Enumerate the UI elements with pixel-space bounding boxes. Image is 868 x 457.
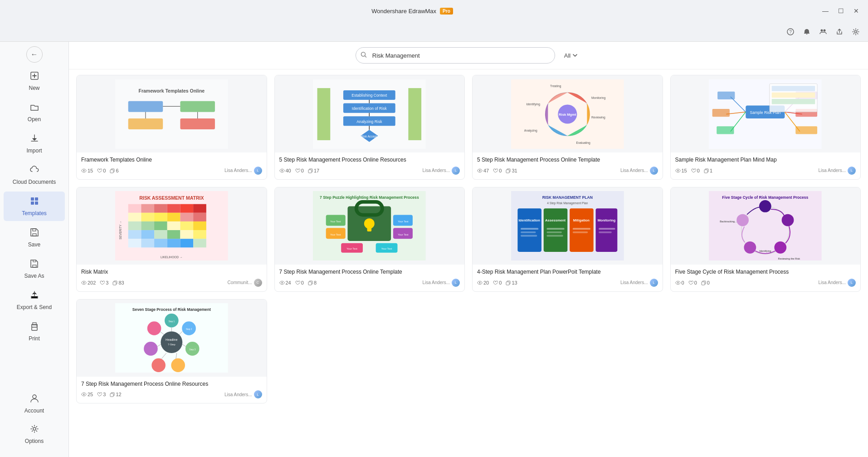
sidebar-item-templates[interactable]: Templates <box>4 192 65 221</box>
author-row: Lisa Anders... L <box>224 167 262 175</box>
save-as-label: Save As <box>24 273 44 279</box>
svg-text:LIKELIHOOD →: LIKELIHOOD → <box>161 256 183 259</box>
team-icon-button[interactable] <box>816 25 830 39</box>
options-label: Options <box>25 438 44 444</box>
svg-text:SEVERITY →: SEVERITY → <box>119 221 122 240</box>
card-stats: 15 0 1 <box>675 168 713 173</box>
svg-text:Reviewing the Risk: Reviewing the Risk <box>778 257 800 260</box>
svg-text:7-Step: 7-Step <box>168 343 176 346</box>
svg-point-16 <box>33 395 36 398</box>
copies-stat: 0 <box>701 280 710 285</box>
author-row: Lisa Anders... L <box>620 167 658 175</box>
svg-text:Analyzing: Analyzing <box>524 128 537 132</box>
template-thumb: Sample Risk Plan <box>671 75 861 152</box>
template-card[interactable]: Seven Stage Process of Risk Management H… <box>76 299 267 404</box>
svg-rect-32 <box>317 88 331 140</box>
sidebar-item-cloud[interactable]: Cloud Documents <box>4 160 65 190</box>
likes-stat: 0 <box>691 168 700 173</box>
help-icon-button[interactable]: ? <box>784 25 797 39</box>
svg-rect-89 <box>180 204 193 213</box>
close-button[interactable]: ✕ <box>850 5 863 17</box>
svg-rect-156 <box>546 231 561 233</box>
sidebar-back-area[interactable]: ← <box>0 45 68 64</box>
minimize-button[interactable]: — <box>819 5 832 17</box>
template-thumb: Establishing Context Identification of R… <box>275 75 465 152</box>
views-stat: 20 <box>477 280 489 285</box>
import-label: Import <box>26 147 42 154</box>
svg-rect-153 <box>521 231 536 233</box>
svg-rect-147 <box>595 209 617 252</box>
svg-point-17 <box>33 428 36 430</box>
svg-text:Your Text: Your Text <box>398 220 409 223</box>
svg-rect-101 <box>180 221 193 230</box>
svg-rect-160 <box>599 228 615 230</box>
app-title: Wondershare EdrawMax <box>371 8 436 15</box>
svg-point-2 <box>821 29 823 31</box>
sidebar: ← New Open Import Cloud Documents <box>0 42 69 457</box>
svg-rect-71 <box>712 109 730 117</box>
svg-rect-113 <box>180 239 193 247</box>
sidebar-item-print[interactable]: Print <box>4 317 65 346</box>
template-card[interactable]: Five Stage Cycle of Risk Management Proc… <box>670 187 861 292</box>
svg-text:Your Text: Your Text <box>330 220 341 223</box>
template-card[interactable]: 7 Step Puzzle Highlighting Risk Manageme… <box>274 187 465 292</box>
template-card[interactable]: Sample Risk Plan <box>670 75 861 180</box>
template-card[interactable]: Risk Mgmt Monitoring Reviewing Evaluatin… <box>472 75 663 180</box>
export-icon <box>29 290 39 302</box>
card-stats: 15 0 6 <box>81 168 119 173</box>
sidebar-item-options[interactable]: Options <box>4 419 65 449</box>
sidebar-item-save[interactable]: Save <box>4 223 65 252</box>
svg-rect-178 <box>702 282 705 285</box>
svg-rect-154 <box>521 235 537 237</box>
svg-point-187 <box>171 359 185 373</box>
share-icon-button[interactable] <box>833 25 846 39</box>
card-meta: 15 0 1 Lisa Anders. <box>675 167 856 175</box>
titlebar-right[interactable]: — ☐ ✕ <box>819 5 863 17</box>
svg-rect-88 <box>167 204 180 213</box>
svg-text:Identifying: Identifying <box>760 250 771 252</box>
sidebar-item-save-as[interactable]: Save As <box>4 254 65 284</box>
sidebar-item-account[interactable]: Account <box>4 389 65 418</box>
author-avatar: L <box>452 167 460 175</box>
search-input[interactable] <box>356 47 555 64</box>
print-label: Print <box>29 335 40 342</box>
settings-icon-button[interactable] <box>849 25 863 39</box>
sidebar-item-new[interactable]: New <box>4 66 65 96</box>
svg-text:Your Text: Your Text <box>347 247 358 250</box>
svg-rect-72 <box>717 126 734 134</box>
svg-rect-105 <box>154 230 167 239</box>
sidebar-item-import[interactable]: Import <box>4 129 65 158</box>
pro-badge: Pro <box>440 8 453 15</box>
template-card[interactable]: RISK MANAGEMENT PLAN 4 Step Risk Managem… <box>472 187 663 292</box>
template-card[interactable]: RISK ASSESSMENT MATRIX <box>76 187 267 292</box>
card-info: 4-Step Risk Management Plan PowerPoit Te… <box>473 265 663 291</box>
restore-button[interactable]: ☐ <box>834 5 847 17</box>
svg-rect-82 <box>704 170 707 173</box>
svg-rect-119 <box>113 282 116 285</box>
notifications-icon-button[interactable] <box>800 25 814 39</box>
back-button[interactable]: ← <box>26 46 43 63</box>
author-row: Lisa Anders... L <box>620 279 658 287</box>
svg-rect-146 <box>570 209 594 252</box>
template-thumb: 7 Step Puzzle Highlighting Risk Manageme… <box>275 187 465 265</box>
sidebar-item-export[interactable]: Export & Send <box>4 285 65 315</box>
svg-rect-140 <box>308 282 312 285</box>
views-stat: 0 <box>675 280 684 285</box>
svg-text:Framework Templates Online: Framework Templates Online <box>138 88 205 93</box>
svg-rect-93 <box>154 213 167 221</box>
svg-point-118 <box>83 282 85 283</box>
template-card[interactable]: Framework Templates Online Framework Tem… <box>76 75 267 180</box>
svg-rect-9 <box>35 201 38 205</box>
author-avatar: L <box>254 167 262 175</box>
svg-rect-109 <box>128 239 141 247</box>
author-avatar: L <box>254 390 262 398</box>
svg-rect-112 <box>167 239 180 247</box>
template-card[interactable]: Establishing Context Identification of R… <box>274 75 465 180</box>
svg-rect-111 <box>154 239 167 247</box>
svg-point-59 <box>479 170 481 171</box>
author-avatar: L <box>650 279 658 287</box>
sidebar-item-open[interactable]: Open <box>4 98 65 127</box>
views-stat: 40 <box>279 168 291 173</box>
all-filter-button[interactable]: All <box>561 50 581 61</box>
author-row: Lisa Anders... L <box>422 279 460 287</box>
